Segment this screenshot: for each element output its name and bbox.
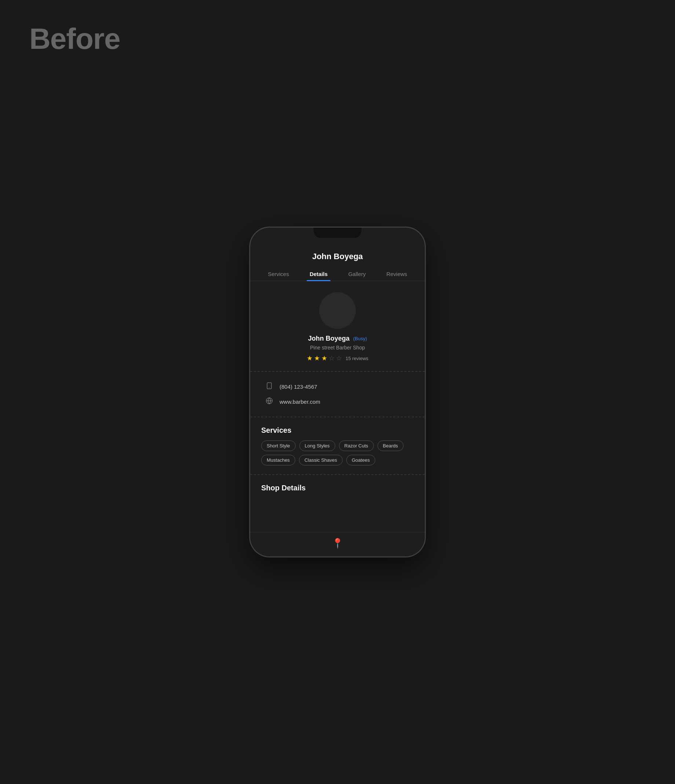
power-button bbox=[425, 301, 425, 334]
services-section: Services Short Style Long Styles Razor C… bbox=[250, 417, 425, 475]
header-title: John Boyega bbox=[250, 252, 425, 261]
tab-details[interactable]: Details bbox=[307, 267, 331, 281]
shop-details-section: Shop Details bbox=[250, 475, 425, 507]
tab-reviews[interactable]: Reviews bbox=[383, 267, 410, 281]
star-4: ☆ bbox=[329, 354, 335, 362]
star-1: ★ bbox=[307, 354, 313, 362]
globe-icon bbox=[265, 397, 274, 406]
contact-phone-item: (804) 123-4567 bbox=[265, 379, 410, 394]
profile-shop: Pine street Barber Shop bbox=[258, 345, 417, 350]
tab-bar: Services Details Gallery Reviews bbox=[250, 267, 425, 281]
phone-number[interactable]: (804) 123-4567 bbox=[279, 384, 317, 390]
content-area: John Boyega (Busy) Pine street Barber Sh… bbox=[250, 281, 425, 532]
tab-gallery[interactable]: Gallery bbox=[345, 267, 369, 281]
star-2: ★ bbox=[314, 354, 320, 362]
phone-frame: John Boyega Services Details Gallery Rev… bbox=[250, 227, 425, 557]
location-icon[interactable]: 📍 bbox=[332, 538, 343, 549]
reviews-count: 15 reviews bbox=[346, 356, 368, 361]
bottom-nav: 📍 bbox=[250, 532, 425, 557]
contact-section: (804) 123-4567 www.barber.com bbox=[250, 372, 425, 417]
profile-name: John Boyega bbox=[308, 335, 350, 342]
star-5: ☆ bbox=[336, 354, 342, 362]
contact-website-item: www.barber.com bbox=[265, 394, 410, 409]
avatar bbox=[319, 292, 356, 329]
tag-mustaches[interactable]: Mustaches bbox=[261, 455, 295, 465]
tab-services[interactable]: Services bbox=[265, 267, 292, 281]
notch-area bbox=[250, 227, 425, 246]
svg-rect-0 bbox=[267, 383, 272, 389]
shop-details-title: Shop Details bbox=[261, 484, 414, 492]
services-tags: Short Style Long Styles Razor Cuts Beard… bbox=[261, 440, 414, 465]
tag-razor-cuts[interactable]: Razor Cuts bbox=[339, 440, 374, 451]
app-header: John Boyega Services Details Gallery Rev… bbox=[250, 246, 425, 281]
profile-section: John Boyega (Busy) Pine street Barber Sh… bbox=[250, 281, 425, 372]
tag-beards[interactable]: Beards bbox=[377, 440, 403, 451]
tag-short-style[interactable]: Short Style bbox=[261, 440, 296, 451]
services-title: Services bbox=[261, 426, 414, 435]
stars-row: ★ ★ ★ ☆ ☆ 15 reviews bbox=[258, 354, 417, 362]
profile-name-row: John Boyega (Busy) bbox=[258, 335, 417, 342]
star-3: ★ bbox=[321, 354, 327, 362]
volume-button bbox=[250, 327, 250, 349]
tag-long-styles[interactable]: Long Styles bbox=[299, 440, 335, 451]
status-badge: (Busy) bbox=[353, 336, 367, 341]
before-label: Before bbox=[29, 22, 120, 56]
website-url[interactable]: www.barber.com bbox=[279, 398, 320, 405]
phone-icon bbox=[265, 382, 274, 391]
tag-goatees[interactable]: Goatees bbox=[346, 455, 375, 465]
tag-classic-shaves[interactable]: Classic Shaves bbox=[299, 455, 343, 465]
